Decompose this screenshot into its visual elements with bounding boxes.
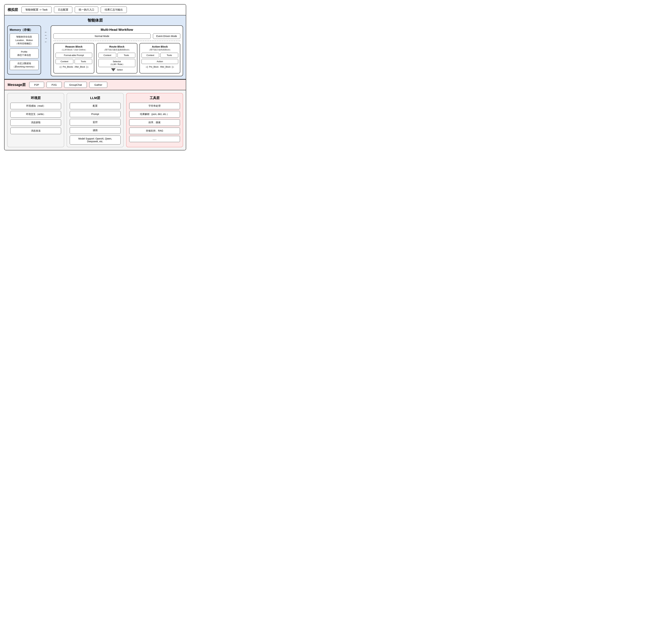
route-footer: Select bbox=[99, 68, 135, 71]
route-tools: Tools bbox=[117, 53, 135, 58]
route-triangle bbox=[111, 68, 116, 71]
mode-event: Event-Driven Mode bbox=[153, 33, 180, 39]
env-item-2: 消息获取 bbox=[10, 119, 61, 126]
blocks-row: Reason Block （LLM Block / User-Define） F… bbox=[53, 43, 180, 73]
message-gather: Gather bbox=[89, 82, 107, 88]
action-context: Context bbox=[142, 53, 159, 58]
action-item: Action bbox=[142, 59, 178, 64]
message-layer: Message层 P2P P2G GroupChat Gather bbox=[4, 79, 186, 90]
tool-item-4: ...... bbox=[129, 136, 180, 142]
main-diagram: 模拟层 智能体配置 -> Task 日志配置 统一执行入口 结果汇总与输出 智能… bbox=[4, 4, 186, 150]
moni-items: 智能体配置 -> Task 日志配置 统一执行入口 结果汇总与输出 bbox=[22, 6, 183, 13]
env-layer: 环境层 环境感知（read） 环境交互（write） 消息获取 消息发送 bbox=[7, 93, 64, 147]
bottom-layers: 环境层 环境感知（read） 环境交互（write） 消息获取 消息发送 LLM… bbox=[4, 90, 186, 150]
message-p2g: P2G bbox=[47, 82, 62, 88]
reason-pre-label: Pre_Blocks bbox=[63, 66, 73, 68]
env-item-1: 环境交互（write） bbox=[10, 111, 61, 118]
llm-layer: LLM层 配置 Prompt 监控 调用 Model Support: Open… bbox=[66, 93, 123, 147]
workflow-title: Multi-Head Workflow bbox=[53, 28, 180, 32]
format-able-prompt: Format-able Prompt bbox=[56, 53, 92, 58]
memory-item-2: 自定义数据池（原working memory） bbox=[10, 60, 38, 70]
reason-after-arrow: ▷ bbox=[86, 65, 89, 68]
action-after-label: After_Block bbox=[160, 66, 170, 68]
agent-title: 智能体层 bbox=[7, 18, 183, 23]
agent-layer: 智能体层 Memory（存储） 智能体存在信息Location、Motion（有… bbox=[4, 16, 186, 79]
tool-item-0: 字符串处理 bbox=[129, 103, 180, 109]
action-block-subtitle: （用于执行动作的Block） bbox=[142, 49, 178, 51]
tool-item-3: 存储支持、RAG bbox=[129, 127, 180, 134]
llm-model-support: Model Support: OpenAI, Qwen,Deepseek, et… bbox=[70, 136, 120, 145]
arrow-connectors: ← ← → ← bbox=[44, 25, 48, 43]
moni-item-2: 统一执行入口 bbox=[75, 6, 98, 13]
route-select-label: Select bbox=[117, 69, 123, 71]
arrow-left-1: ← bbox=[44, 31, 48, 34]
memory-title: Memory（存储） bbox=[10, 28, 38, 32]
tool-item-1: 结果解析（json, dict, etc.） bbox=[129, 111, 180, 118]
mode-normal: Normal Mode bbox=[53, 33, 150, 39]
workflow-modes: Normal Mode Event-Driven Mode bbox=[53, 33, 180, 39]
env-title: 环境层 bbox=[10, 96, 61, 100]
moni-label: 模拟层 bbox=[8, 7, 18, 12]
action-after-arrow: ▷ bbox=[172, 65, 174, 68]
reason-context: Context bbox=[56, 59, 73, 64]
workflow-box: Multi-Head Workflow Normal Mode Event-Dr… bbox=[51, 25, 183, 76]
action-block-title: Action Block bbox=[142, 45, 178, 48]
message-p2p: P2P bbox=[29, 82, 44, 88]
arrow-right-1: → bbox=[44, 37, 48, 40]
moni-layer: 模拟层 智能体配置 -> Task 日志配置 统一执行入口 结果汇总与输出 bbox=[4, 4, 186, 16]
memory-item-0: 智能体存在信息Location、Motion（有待后续确定） bbox=[10, 33, 38, 47]
llm-item-3: 调用 bbox=[70, 127, 120, 134]
action-pre-arrow: ◁ bbox=[146, 65, 148, 68]
arrow-left-2: ← bbox=[44, 34, 48, 37]
reason-context-tools: Context Tools bbox=[56, 59, 92, 64]
reason-tools: Tools bbox=[75, 59, 92, 64]
route-block-title: Route Block bbox=[99, 45, 135, 48]
message-items: P2P P2G GroupChat Gather bbox=[29, 82, 183, 88]
action-pre-label: Pre_Block bbox=[149, 66, 159, 68]
message-groupchat: GroupChat bbox=[64, 82, 87, 88]
llm-item-0: 配置 bbox=[70, 103, 120, 109]
reason-pre-arrow: ◁ bbox=[59, 65, 61, 68]
action-block: Action Block （用于执行动作的Block） Context Tool… bbox=[139, 43, 180, 73]
dashed-divider bbox=[53, 40, 180, 41]
agent-body: Memory（存储） 智能体存在信息Location、Motion（有待后续确定… bbox=[7, 25, 183, 76]
arrow-left-3: ← bbox=[44, 40, 48, 43]
reason-after-label: After_Block bbox=[75, 66, 85, 68]
llm-item-2: 监控 bbox=[70, 119, 120, 125]
env-item-3: 消息发送 bbox=[10, 127, 61, 134]
tool-title: 工具层 bbox=[129, 96, 180, 100]
route-context-tools: Context Tools bbox=[99, 53, 135, 58]
reason-footer: ◁ Pre_Blocks After_Block ▷ bbox=[56, 65, 92, 68]
action-footer: ◁ Pre_Block After_Block ▷ bbox=[142, 65, 178, 68]
route-block: Route Block （用于执行路径选择的Block） Context Too… bbox=[96, 43, 137, 73]
action-context-tools: Context Tools bbox=[142, 53, 178, 58]
memory-box: Memory（存储） 智能体存在信息Location、Motion（有待后续确定… bbox=[7, 25, 41, 75]
moni-item-1: 日志配置 bbox=[54, 6, 72, 13]
llm-item-1: Prompt bbox=[70, 111, 120, 117]
reason-block-title: Reason Block bbox=[56, 45, 92, 48]
route-block-subtitle: （用于执行路径选择的Block） bbox=[99, 49, 135, 51]
reason-block-subtitle: （LLM Block / User-Define） bbox=[56, 49, 92, 51]
moni-item-3: 结果汇总与输出 bbox=[101, 6, 127, 13]
llm-title: LLM层 bbox=[70, 96, 120, 100]
route-selector: Selector（LLM / Rule） bbox=[99, 59, 135, 67]
moni-item-0: 智能体配置 -> Task bbox=[22, 6, 52, 13]
message-label: Message层 bbox=[8, 83, 26, 87]
action-tools: Tools bbox=[160, 53, 178, 58]
reason-block: Reason Block （LLM Block / User-Define） F… bbox=[53, 43, 94, 73]
env-item-0: 环境感知（read） bbox=[10, 103, 61, 109]
tool-layer: 工具层 字符串处理 结果解析（json, dict, etc.） 排序、搜索 存… bbox=[126, 93, 183, 147]
route-context: Context bbox=[99, 53, 116, 58]
memory-item-1: Profile静态个体信息 bbox=[10, 49, 38, 58]
tool-item-2: 排序、搜索 bbox=[129, 119, 180, 126]
